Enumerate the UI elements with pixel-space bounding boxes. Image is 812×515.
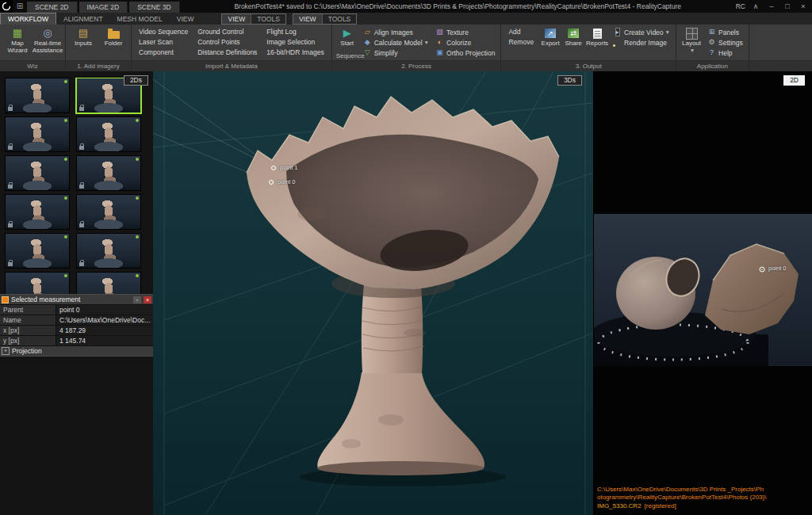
pane-tab-3ds[interactable]: 3Ds (557, 75, 582, 86)
pane-tab-2ds[interactable]: 2Ds (124, 75, 148, 86)
row-value[interactable]: point 0 (56, 305, 153, 315)
tab-scene-3d[interactable]: SCENE 3D (129, 2, 180, 13)
image-thumbnail[interactable] (76, 233, 141, 269)
add-button[interactable]: Add (504, 27, 538, 37)
point-0-label[interactable]: point 0 (278, 178, 296, 185)
align-images-icon: ▱ (363, 28, 372, 36)
row-label: Name (0, 315, 56, 325)
align-images-button[interactable]: ▱ Align Images (361, 27, 431, 37)
expand-icon[interactable]: + (2, 347, 10, 355)
export-button[interactable]: ↗ Export (539, 27, 561, 48)
registered-photo[interactable]: point 0 (594, 214, 812, 366)
reports-button[interactable]: Reports (585, 27, 609, 48)
row-label: x [px] (0, 326, 56, 335)
create-video-label: Create Video (624, 29, 663, 36)
ribbon-tab-bar: WORKFLOW ALIGNMENT MESH MODEL VIEW VIEW … (0, 13, 812, 25)
layout-button[interactable]: Layout ▼ (680, 27, 703, 54)
help-icon: ? (707, 48, 716, 57)
render-image-button[interactable]: Render Image (611, 37, 672, 48)
image-thumbnail[interactable] (76, 272, 141, 294)
inputs-icon: ▤ (79, 27, 88, 40)
calculate-model-button[interactable]: ◆ Calculate Model ▼ (361, 37, 431, 48)
distance-definitions-button[interactable]: Distance Definitions (193, 48, 261, 58)
group-label-application: Application (676, 60, 749, 71)
texture-button[interactable]: ▨ Texture (433, 27, 497, 37)
help-label: Help (718, 49, 732, 57)
pot-3d-render (153, 71, 593, 515)
image-thumbnail[interactable] (5, 155, 70, 191)
colorize-button[interactable]: ◐ Colorize (433, 37, 497, 48)
laser-scan-button[interactable]: Laser Scan (135, 37, 192, 48)
image-thumbnail[interactable] (76, 155, 141, 191)
status-dot (64, 80, 67, 83)
collapse-ribbon-icon[interactable]: ∧ (750, 0, 761, 13)
minimize-button[interactable]: – (766, 0, 777, 13)
settings-button[interactable]: ⚙ Settings (705, 37, 745, 48)
pane-tab-tools-1[interactable]: TOOLS (251, 14, 285, 24)
pane-tab-view-1[interactable]: VIEW (222, 14, 251, 24)
start-button[interactable]: ▶ Start (335, 27, 359, 48)
tab-image-2d[interactable]: IMAGE 2D (79, 2, 128, 13)
row-value[interactable]: C:\Users\Max\OneDrive\Doc... (56, 315, 153, 325)
row-value[interactable]: 1 145.74 (56, 336, 153, 345)
projection-label: Projection (12, 346, 42, 356)
ground-control-button[interactable]: Ground Control (193, 27, 261, 37)
pane-tab-view-2[interactable]: VIEW (293, 14, 323, 24)
maximize-button[interactable]: □ (782, 0, 793, 13)
remove-button[interactable]: Remove (504, 37, 538, 48)
hdr-images-button[interactable]: 16-bit/HDR Images (262, 48, 327, 58)
panel-close-button[interactable]: × (144, 296, 151, 303)
measurement-row-y: y [px] 1 145.74 (0, 335, 153, 345)
scene-3d-viewport[interactable]: 3Ds point 1 point 0 (153, 71, 593, 515)
control-points-button[interactable]: Control Points (193, 37, 261, 48)
simplify-button[interactable]: ▽ Simplify (361, 48, 431, 58)
ortho-projection-button[interactable]: ▣ Ortho Projection (433, 48, 497, 58)
flight-log-button[interactable]: Flight Log (262, 27, 327, 37)
pane-tab-2d[interactable]: 2D (783, 75, 805, 86)
realtime-assistance-icon: ◎ (43, 27, 52, 40)
close-button[interactable]: × (798, 0, 809, 13)
path-line-2: otogrammetry\RealityCapture\BrokenPotTes… (597, 494, 766, 501)
realtime-assistance-button[interactable]: ◎ Real-time Assistance (33, 27, 62, 54)
help-button[interactable]: ? Help (705, 48, 745, 58)
panels-button[interactable]: ⊞ Panels (705, 27, 745, 37)
row-value[interactable]: 4 187.29 (56, 326, 153, 335)
point-1-label[interactable]: point 1 (280, 164, 298, 171)
simplify-label: Simplify (374, 49, 398, 57)
component-button[interactable]: Component (135, 48, 192, 58)
images-2d-panel: 2Ds Selected measurement ▫ × Parent poin… (0, 71, 154, 515)
pane-tab-tools-2[interactable]: TOOLS (323, 14, 357, 24)
image-selection-button[interactable]: Image Selection (262, 37, 327, 48)
lock-icon (8, 146, 13, 150)
image-thumbnail[interactable] (5, 272, 70, 294)
image-thumbnail[interactable] (5, 194, 70, 230)
image-2d-panel[interactable]: 2D (593, 71, 812, 515)
menu-grid-icon[interactable]: ⊞ (14, 0, 25, 13)
map-wizard-button[interactable]: ▦ Map Wizard (3, 27, 32, 54)
lock-icon (79, 146, 84, 150)
create-video-button[interactable]: ▸ Create Video ▼ (611, 27, 672, 37)
image-thumbnail[interactable] (5, 78, 70, 113)
folder-button[interactable]: Folder (99, 27, 128, 48)
ribbon-tab-workflow[interactable]: WORKFLOW (0, 13, 56, 25)
inputs-label: Inputs (75, 40, 92, 48)
ribbon-tab-view[interactable]: VIEW (170, 13, 201, 25)
image-thumbnail[interactable] (76, 194, 141, 230)
group-label-import-metadata: Import & Metadata (132, 60, 331, 71)
image-thumbnail[interactable] (5, 116, 70, 152)
panel-float-button[interactable]: ▫ (133, 296, 141, 303)
share-button[interactable]: ⇄ Share (563, 27, 584, 48)
video-sequence-button[interactable]: Video Sequence (135, 27, 192, 37)
projection-section-header[interactable]: + Projection (0, 345, 153, 356)
inputs-button[interactable]: ▤ Inputs (69, 27, 98, 48)
ribbon-tab-alignment[interactable]: ALIGNMENT (56, 13, 110, 25)
window-controls: RC ∧ – □ × (736, 0, 812, 13)
ortho-projection-label: Ortho Projection (446, 49, 495, 57)
image-thumbnail[interactable] (76, 116, 141, 152)
image-thumbnail[interactable] (5, 233, 70, 269)
group-label-process: 2. Process (332, 60, 501, 71)
ribbon-tab-mesh-model[interactable]: MESH MODEL (110, 13, 170, 25)
tab-scene-2d[interactable]: SCENE 2D (27, 2, 78, 13)
share-label: Share (565, 40, 581, 48)
photo-point-0-label[interactable]: point 0 (768, 265, 787, 272)
